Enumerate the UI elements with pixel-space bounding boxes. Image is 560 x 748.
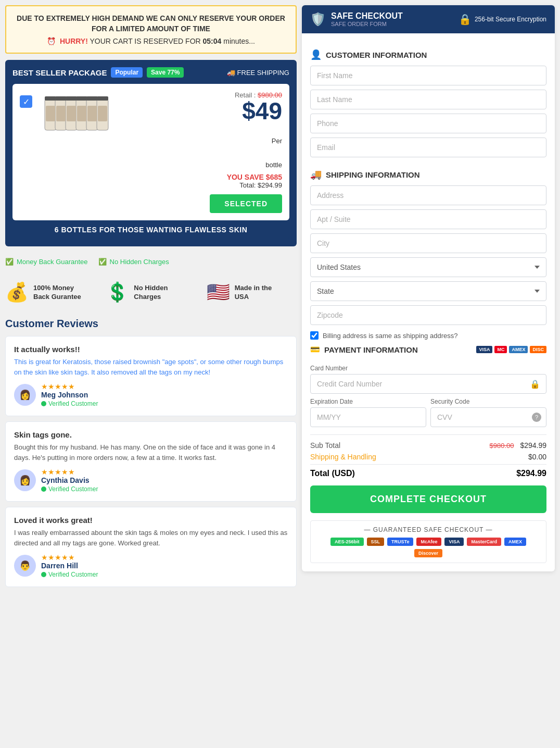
- encryption-badge: 🔒 256-bit Secure Encryption: [459, 13, 546, 26]
- product-box: BEST SELLER PACKAGE Popular Save 77% 🚚 F…: [5, 60, 297, 246]
- payment-cards: VISA MC AMEX DISC: [476, 346, 546, 353]
- cvv-field: Security Code ?: [430, 398, 546, 427]
- review-body-0: This is great for Keratosis, those raise…: [14, 357, 288, 377]
- review-title-0: It actually works!!: [14, 345, 288, 354]
- country-select[interactable]: United States: [310, 257, 546, 277]
- customer-info-heading: 👤 CUSTOMER INFORMATION: [310, 49, 546, 60]
- review-card-1: Skin tags gone. Bought this for my husba…: [5, 421, 297, 502]
- total-value: $294.99: [516, 469, 546, 478]
- verified-badge-2: Verified Customer: [41, 571, 98, 578]
- review-card-0: It actually works!! This is great for Ke…: [5, 336, 297, 416]
- avatar-0: 👩: [14, 384, 36, 406]
- subtotal-new: $294.99: [520, 441, 546, 450]
- phone-input[interactable]: [310, 114, 546, 133]
- selected-button[interactable]: SELECTED: [210, 194, 282, 213]
- billing-check: Billing address is same as shipping addr…: [310, 331, 546, 340]
- checkout-header-left: 🛡️ SAFE CHECKOUT SAFE ORDER FORM: [310, 11, 403, 27]
- total-label: Total (USD): [310, 469, 355, 478]
- first-name-input[interactable]: [310, 66, 546, 85]
- verified-badge-1: Verified Customer: [41, 485, 98, 493]
- total-row: Total (USD) $294.99: [310, 464, 546, 478]
- trust-icon-0: 💰: [5, 281, 28, 304]
- city-input[interactable]: [310, 233, 546, 253]
- svg-rect-17: [98, 106, 107, 121]
- trust-logo-ssl: SSL: [367, 538, 385, 546]
- checkout-header: 🛡️ SAFE CHECKOUT SAFE ORDER FORM 🔒 256-b…: [302, 5, 555, 33]
- right-column: 🛡️ SAFE CHECKOUT SAFE ORDER FORM 🔒 256-b…: [302, 5, 555, 592]
- timer-line: ⏰ HURRY! YOUR CART IS RESERVED FOR 05:04…: [17, 37, 285, 45]
- cvv-label: Security Code: [430, 398, 546, 405]
- state-select[interactable]: State: [310, 281, 546, 301]
- verified-dot-2: [41, 572, 46, 577]
- card-number-input[interactable]: [310, 374, 546, 394]
- shipping-label: Shipping & Handling: [310, 453, 376, 461]
- reviewer-info-2: ★★★★★ Darren Hill Verified Customer: [41, 553, 98, 578]
- expiry-field: Expiration Date: [310, 398, 426, 427]
- check-icon-1: ✅: [5, 258, 14, 266]
- stars-1: ★★★★★: [41, 468, 98, 476]
- main-price: $49 Perbottle: [210, 99, 282, 171]
- trust-logo-visa: VISA: [444, 538, 464, 546]
- review-title-2: Loved it works great!: [14, 516, 288, 525]
- reviewer-name-0: Meg Johnson: [41, 391, 98, 399]
- cvv-help-icon[interactable]: ?: [532, 413, 541, 422]
- card-number-label: Card Number: [310, 365, 546, 372]
- trust-text-1: No Hidden Charges: [134, 284, 168, 302]
- reviewer-2: 👨 ★★★★★ Darren Hill Verified Customer: [14, 553, 288, 578]
- review-card-2: Loved it works great! I was really embar…: [5, 507, 297, 587]
- subtotal-values: $980.00 $294.99: [490, 441, 547, 450]
- checkout-subtitle: SAFE ORDER FORM: [331, 21, 403, 27]
- trust-row: 💰 100% Money Back Gurantee 💲 No Hidden C…: [5, 276, 297, 309]
- trust-item-1: 💲 No Hidden Charges: [106, 281, 196, 304]
- product-header: BEST SELLER PACKAGE Popular Save 77% 🚚 F…: [12, 67, 289, 78]
- complete-checkout-button[interactable]: COMPLETE CHECKOUT: [310, 485, 546, 513]
- product-content: ✓: [12, 84, 289, 220]
- trust-item-2: 🇺🇸 Made in the USA: [207, 281, 297, 304]
- last-name-input[interactable]: [310, 90, 546, 109]
- trust-logo-mc: MasterCard: [467, 538, 501, 546]
- subtotal-label: Sub Total: [310, 441, 340, 450]
- svg-rect-6: [45, 96, 56, 101]
- email-input[interactable]: [310, 138, 546, 157]
- credit-card-icon: 💳: [310, 345, 320, 354]
- billing-checkbox[interactable]: [310, 331, 319, 340]
- trust-logo-mcafee: McAfee: [416, 538, 441, 546]
- svg-rect-11: [97, 96, 108, 101]
- svg-rect-7: [55, 96, 67, 101]
- free-shipping-badge: 🚚 FREE SHIPPING: [227, 69, 289, 77]
- trust-logo-disc: Discover: [414, 549, 442, 557]
- svg-rect-9: [76, 96, 87, 101]
- expiry-input[interactable]: [310, 407, 426, 427]
- apt-input[interactable]: [310, 209, 546, 229]
- order-totals: Sub Total $980.00 $294.99 Shipping & Han…: [310, 434, 546, 478]
- hurry-text: HURRY!: [60, 37, 88, 45]
- trust-text-0: 100% Money Back Gurantee: [33, 284, 81, 302]
- zipcode-input[interactable]: [310, 305, 546, 325]
- expiry-cvv-row: Expiration Date Security Code ?: [310, 398, 546, 427]
- trust-logo-amex: AMEX: [504, 538, 526, 546]
- reviewer-info-0: ★★★★★ Meg Johnson Verified Customer: [41, 382, 98, 407]
- shipping-value: $0.00: [528, 453, 546, 461]
- product-image-area: [40, 91, 202, 140]
- safe-checkout-title: — GUARANTEED SAFE CHECKOUT —: [316, 526, 541, 533]
- check-icon-2: ✅: [98, 258, 107, 266]
- timer-label: YOUR CART IS RESERVED FOR: [90, 37, 200, 45]
- shipping-info-heading: 🚚 SHIPPING INFORMATION: [310, 169, 546, 180]
- savings-label: YOU SAVE $685: [210, 173, 282, 181]
- badge-popular: Popular: [111, 67, 143, 78]
- product-pricing: Retail : $980.00 $49 Perbottle YOU SAVE …: [210, 91, 282, 213]
- safe-checkout-footer: — GUARANTEED SAFE CHECKOUT — AES-256bit …: [310, 520, 546, 563]
- disc-badge: DISC: [530, 346, 546, 353]
- address-input[interactable]: [310, 185, 546, 205]
- checkout-title: SAFE CHECKOUT: [331, 11, 403, 21]
- avatar-1: 👩: [14, 469, 36, 491]
- guarantee-money-back: ✅ Money Back Guarantee: [5, 258, 88, 266]
- reviewer-0: 👩 ★★★★★ Meg Johnson Verified Customer: [14, 382, 288, 407]
- shipping-row: Shipping & Handling $0.00: [310, 453, 546, 461]
- cvv-input[interactable]: [430, 407, 546, 427]
- trust-item-0: 💰 100% Money Back Gurantee: [5, 281, 95, 304]
- product-checkbox[interactable]: ✓: [20, 95, 32, 108]
- svg-rect-10: [86, 96, 98, 101]
- clock-icon: ⏰: [47, 37, 56, 45]
- reviews-title: Customer Reviews: [5, 318, 297, 330]
